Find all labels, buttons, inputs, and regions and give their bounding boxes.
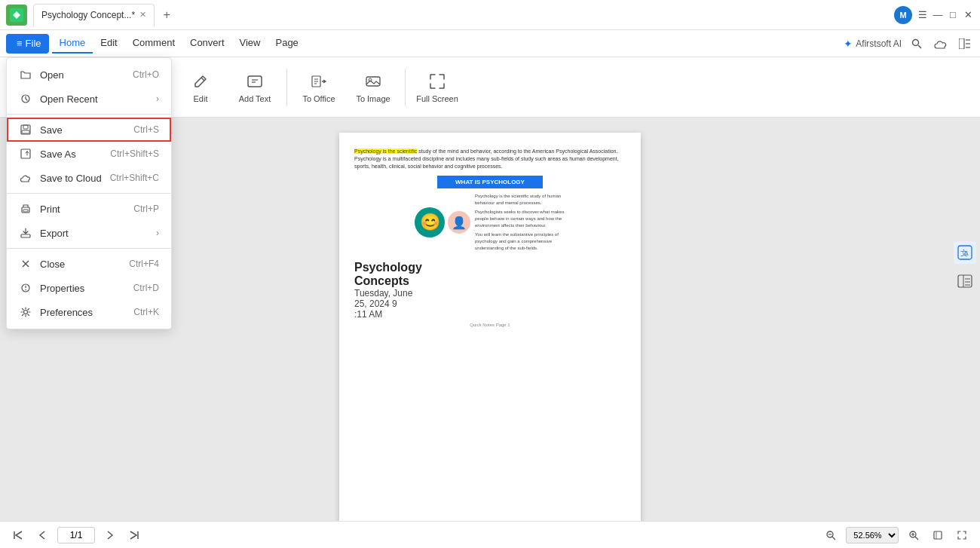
to-image-tool-label: To Image (356, 94, 390, 103)
active-tab[interactable]: Psychology Concept...* ✕ (33, 4, 155, 26)
properties-icon (19, 281, 32, 295)
svg-point-1 (913, 39, 919, 45)
open-shortcut: Ctrl+O (133, 69, 159, 80)
close-button[interactable]: ✕ (962, 9, 974, 21)
print-icon (19, 202, 32, 216)
svg-point-50 (25, 289, 26, 291)
tab-label: Psychology Concept...* (41, 10, 135, 20)
menu-item-comment[interactable]: Comment (125, 34, 182, 54)
svg-rect-42 (21, 149, 30, 158)
right-panel-panel-icon[interactable] (954, 270, 976, 292)
menu-properties-item[interactable]: Properties Ctrl+D (7, 276, 171, 300)
svg-line-33 (915, 537, 918, 540)
right-panel-translate-icon[interactable]: 文 A (954, 241, 976, 264)
svg-rect-44 (23, 210, 28, 212)
title-bar: Psychology Concept...* ✕ + M ☰ — □ ✕ (0, 0, 980, 30)
hamburger-icon[interactable]: ☰ (917, 9, 929, 21)
pdf-image-person: 👤 (448, 211, 470, 234)
svg-rect-40 (23, 125, 28, 129)
menu-open-recent-item[interactable]: Open Recent › (7, 87, 171, 111)
svg-rect-22 (958, 275, 972, 287)
pdf-image-area: 😊 👤 Psychology is the scientific study o… (354, 193, 626, 252)
save-as-shortcut: Ctrl+Shift+S (110, 148, 159, 159)
close-file-icon (19, 257, 32, 271)
window-controls: ☰ — □ ✕ (917, 9, 974, 21)
save-as-label: Save As (40, 148, 110, 160)
prev-page-button[interactable] (33, 526, 51, 544)
pdf-footer-date: Tuesday, June 25, 2024 9 :11 AM (354, 288, 626, 320)
pdf-highlighted-text: Psychology is the scientific (354, 148, 417, 154)
svg-rect-17 (366, 77, 380, 86)
svg-rect-39 (21, 125, 30, 134)
edit-tool-label: Edit (194, 94, 208, 103)
pdf-page-label: Quick Notes Page 1 (354, 323, 626, 327)
export-label: Export (40, 228, 156, 239)
save-to-cloud-shortcut: Ctrl+Shift+C (110, 173, 159, 183)
page-input[interactable] (57, 527, 95, 543)
svg-rect-10 (248, 76, 262, 87)
ai-button[interactable]: ✦ Afirstsoft AI (844, 38, 902, 50)
properties-label: Properties (40, 283, 133, 294)
tab-bar: Psychology Concept...* ✕ + (33, 4, 894, 26)
preferences-label: Preferences (40, 307, 133, 318)
toolbar-divider-1 (286, 69, 287, 106)
pdf-page: Psychology is the scientific study of th… (339, 133, 641, 521)
menu-close-item[interactable]: Close Ctrl+F4 (7, 252, 171, 276)
save-icon (19, 123, 32, 136)
full-screen-tool-button[interactable]: Full Screen (412, 62, 463, 113)
add-text-tool-button[interactable]: Add Text (229, 62, 280, 113)
first-page-button[interactable] (9, 526, 27, 544)
menu-save-as-item[interactable]: Save As Ctrl+Shift+S (7, 142, 171, 166)
preferences-icon (19, 305, 32, 319)
bottom-bar: 52.56% (0, 521, 980, 548)
menu-export-item[interactable]: Export › (7, 221, 171, 245)
pdf-footer-title: PsychologyConcepts (354, 261, 626, 288)
zoom-in-button[interactable] (905, 526, 923, 544)
tab-close-button[interactable]: ✕ (139, 10, 146, 20)
save-as-icon (19, 147, 32, 161)
to-office-tool-button[interactable]: To Office (293, 62, 345, 113)
menu-item-view[interactable]: View (232, 34, 268, 54)
export-icon (19, 226, 32, 240)
menu-item-home[interactable]: Home (52, 34, 93, 54)
menu-item-page[interactable]: Page (268, 34, 305, 54)
menu-preferences-item[interactable]: Preferences Ctrl+K (7, 300, 171, 324)
minimize-button[interactable]: — (932, 9, 944, 21)
app-logo (6, 5, 27, 26)
svg-point-51 (24, 311, 28, 314)
svg-line-9 (201, 78, 204, 81)
recent-icon (19, 92, 32, 106)
edit-tool-button[interactable]: Edit (175, 62, 226, 113)
svg-rect-36 (934, 531, 942, 539)
last-page-button[interactable] (125, 526, 143, 544)
fit-page-button[interactable] (929, 526, 947, 544)
menu-right: ✦ Afirstsoft AI (844, 35, 974, 53)
svg-rect-41 (22, 130, 29, 133)
maximize-button[interactable]: □ (947, 9, 959, 21)
cloud-sync-button[interactable] (932, 35, 950, 53)
dropdown-divider-2 (7, 193, 171, 194)
menu-save-item[interactable]: Save Ctrl+S (7, 118, 171, 142)
menu-save-to-cloud-item[interactable]: Save to Cloud Ctrl+Shift+C (7, 166, 171, 190)
menu-item-convert[interactable]: Convert (182, 34, 232, 54)
save-label: Save (40, 124, 133, 136)
pdf-section-title: WHAT IS PSYCHOLOGY (437, 176, 543, 188)
file-menu-button[interactable]: ≡ File (6, 34, 49, 54)
pdf-side-text-3: You will learn the substantive principle… (475, 231, 565, 252)
zoom-select[interactable]: 52.56% (846, 527, 899, 543)
new-tab-button[interactable]: + (156, 5, 177, 26)
panel-toggle-button[interactable] (956, 35, 974, 53)
menu-print-item[interactable]: Print Ctrl+P (7, 197, 171, 221)
next-page-button[interactable] (101, 526, 119, 544)
search-button[interactable] (908, 35, 926, 53)
menu-item-edit[interactable]: Edit (93, 34, 124, 54)
svg-line-2 (918, 45, 921, 48)
fullscreen-bottom-button[interactable] (953, 526, 971, 544)
menu-open-item[interactable]: Open Ctrl+O (7, 63, 171, 87)
to-image-tool-button[interactable]: To Image (348, 62, 399, 113)
save-shortcut: Ctrl+S (133, 124, 159, 135)
zoom-out-button[interactable] (822, 526, 840, 544)
ai-label: Afirstsoft AI (856, 38, 902, 49)
close-label: Close (40, 259, 129, 270)
open-icon (19, 68, 32, 81)
